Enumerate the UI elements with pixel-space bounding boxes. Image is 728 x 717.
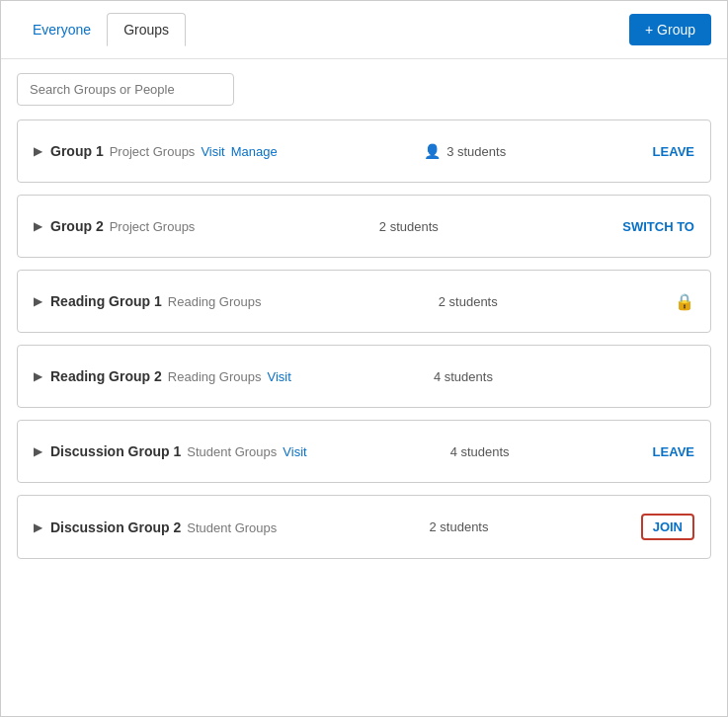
group-row: ▶Group 1Project GroupsVisitManage👤3 stud…: [17, 120, 711, 183]
group-row: ▶Discussion Group 2Student Groups2 stude…: [17, 495, 711, 559]
chevron-icon[interactable]: ▶: [34, 520, 42, 534]
group-action[interactable]: SWITCH TO: [622, 219, 694, 234]
students-count: 2 students: [439, 294, 498, 309]
group-students: 2 students: [439, 294, 498, 309]
group-students: 2 students: [379, 219, 439, 234]
group-name: Reading Group 1: [50, 293, 162, 309]
group-name-wrap: Discussion Group 2Student Groups: [50, 519, 277, 535]
group-category: Reading Groups: [168, 294, 262, 309]
chevron-icon[interactable]: ▶: [34, 369, 42, 383]
group-left: ▶Reading Group 1Reading Groups: [34, 293, 261, 309]
group-name-wrap: Reading Group 2Reading GroupsVisit: [50, 368, 291, 384]
search-input[interactable]: [17, 73, 234, 106]
group-left: ▶Discussion Group 2Student Groups: [34, 519, 277, 535]
search-area: [1, 59, 727, 120]
group-left: ▶Group 1Project GroupsVisitManage: [34, 143, 278, 159]
group-students: 2 students: [429, 519, 488, 534]
group-name-wrap: Group 2Project Groups: [50, 218, 195, 234]
tab-everyone[interactable]: Everyone: [17, 14, 107, 45]
group-students: 4 students: [450, 444, 510, 459]
group-category: Reading Groups: [168, 369, 262, 384]
group-left: ▶Group 2Project Groups: [34, 218, 195, 234]
chevron-icon[interactable]: ▶: [34, 144, 42, 158]
manage-link[interactable]: Manage: [231, 144, 278, 159]
visit-link[interactable]: Visit: [201, 144, 224, 159]
group-left: ▶Discussion Group 1Student GroupsVisit: [34, 443, 307, 459]
group-category: Student Groups: [187, 520, 277, 535]
chevron-icon[interactable]: ▶: [34, 444, 42, 458]
chevron-icon[interactable]: ▶: [34, 294, 42, 308]
visit-link[interactable]: Visit: [267, 369, 290, 384]
groups-list: ▶Group 1Project GroupsVisitManage👤3 stud…: [1, 120, 727, 559]
group-category: Project Groups: [110, 144, 196, 159]
students-count: 4 students: [434, 369, 493, 384]
group-name-wrap: Discussion Group 1Student GroupsVisit: [50, 443, 307, 459]
group-left: ▶Reading Group 2Reading GroupsVisit: [34, 368, 291, 384]
page-header: Everyone Groups + Group: [1, 1, 727, 59]
group-name: Group 2: [50, 218, 104, 234]
group-name: Reading Group 2: [50, 368, 162, 384]
tab-bar: Everyone Groups: [17, 13, 186, 46]
group-name: Discussion Group 1: [50, 443, 181, 459]
group-name: Discussion Group 2: [50, 519, 181, 535]
group-category: Student Groups: [187, 444, 277, 459]
students-count: 3 students: [446, 144, 506, 159]
group-students: 4 students: [434, 369, 493, 384]
group-action[interactable]: LEAVE: [653, 444, 694, 459]
group-row: ▶Reading Group 2Reading GroupsVisit4 stu…: [17, 345, 711, 408]
group-students: 👤3 students: [424, 143, 506, 159]
group-row: ▶Reading Group 1Reading Groups2 students…: [17, 270, 711, 333]
students-icon: 👤: [424, 143, 441, 159]
students-count: 2 students: [379, 219, 439, 234]
group-name-wrap: Reading Group 1Reading Groups: [50, 293, 261, 309]
tab-groups[interactable]: Groups: [107, 13, 186, 46]
group-action: 🔒: [675, 292, 694, 311]
chevron-icon[interactable]: ▶: [34, 219, 42, 233]
group-category: Project Groups: [110, 219, 196, 234]
students-count: 4 students: [450, 444, 510, 459]
group-row: ▶Discussion Group 1Student GroupsVisit4 …: [17, 420, 711, 483]
group-action[interactable]: LEAVE: [653, 144, 694, 159]
add-group-button[interactable]: + Group: [629, 14, 711, 45]
group-name: Group 1: [50, 143, 104, 159]
group-name-wrap: Group 1Project GroupsVisitManage: [50, 143, 278, 159]
students-count: 2 students: [429, 519, 488, 534]
visit-link[interactable]: Visit: [283, 444, 306, 459]
group-action[interactable]: JOIN: [641, 514, 694, 540]
group-row: ▶Group 2Project Groups2 studentsSWITCH T…: [17, 195, 711, 258]
